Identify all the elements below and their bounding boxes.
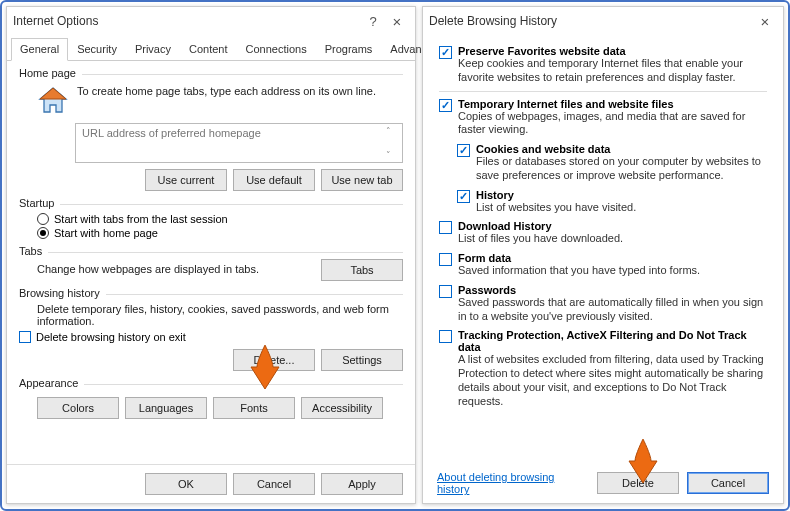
close-icon[interactable]: × [753,13,777,30]
homepage-url-input[interactable]: URL address of preferred homepage ˄˅ [75,123,403,163]
history-option-7[interactable]: Tracking Protection, ActiveX Filtering a… [439,329,767,408]
help-icon[interactable]: ? [361,14,385,29]
radio-start-last-session[interactable]: Start with tabs from the last session [37,213,403,225]
option-title: Form data [458,252,767,264]
languages-button[interactable]: Languages [125,397,207,419]
tabs-heading: Tabs [19,245,42,257]
use-new-tab-button[interactable]: Use new tab [321,169,403,191]
option-desc: A list of websites excluded from filteri… [458,353,767,408]
homepage-placeholder: URL address of preferred homepage [82,127,261,139]
history-option-1[interactable]: Temporary Internet files and website fil… [439,98,767,138]
history-option-6[interactable]: PasswordsSaved passwords that are automa… [439,284,767,324]
checkbox-icon [439,285,452,298]
scroll-icons: ˄˅ [386,126,400,160]
option-desc: Files or databases stored on your comput… [476,155,767,183]
checkbox-icon [457,190,470,203]
tab-content[interactable]: Content [180,38,237,61]
fonts-button[interactable]: Fonts [213,397,295,419]
option-title: Preserve Favorites website data [458,45,767,57]
apply-button[interactable]: Apply [321,473,403,495]
history-option-2[interactable]: Cookies and website dataFiles or databas… [457,143,767,183]
home-icon [37,85,69,117]
tab-privacy[interactable]: Privacy [126,38,180,61]
option-desc: Keep cookies and temporary Internet file… [458,57,767,85]
history-settings-button[interactable]: Settings [321,349,403,371]
checkbox-icon [19,331,31,343]
check-delete-on-exit[interactable]: Delete browsing history on exit [19,331,403,343]
history-option-4[interactable]: Download HistoryList of files you have d… [439,220,767,246]
check-label: Delete browsing history on exit [36,331,186,343]
tab-programs[interactable]: Programs [316,38,382,61]
checkbox-icon [439,221,452,234]
history-option-5[interactable]: Form dataSaved information that you have… [439,252,767,278]
titlebar: Delete Browsing History × [423,7,783,35]
use-current-button[interactable]: Use current [145,169,227,191]
tab-bar: General Security Privacy Content Connect… [7,37,415,61]
checkbox-icon [439,99,452,112]
use-default-button[interactable]: Use default [233,169,315,191]
general-panel: Home page To create home page tabs, type… [7,61,415,464]
startup-heading: Startup [19,197,54,209]
tabs-desc: Change how webpages are displayed in tab… [37,263,321,275]
tab-connections[interactable]: Connections [236,38,315,61]
accessibility-button[interactable]: Accessibility [301,397,383,419]
radio-icon [37,213,49,225]
checkbox-icon [457,144,470,157]
radio-start-home-page[interactable]: Start with home page [37,227,403,239]
option-title: Cookies and website data [476,143,767,155]
cancel-button[interactable]: Cancel [687,472,769,494]
window-title: Internet Options [13,14,98,28]
history-heading: Browsing history [19,287,100,299]
radio-label: Start with tabs from the last session [54,213,228,225]
checkbox-icon [439,330,452,343]
tab-security[interactable]: Security [68,38,126,61]
radio-label: Start with home page [54,227,158,239]
about-link[interactable]: About deleting browsing history [437,471,581,495]
option-title: Tracking Protection, ActiveX Filtering a… [458,329,767,353]
delete-button[interactable]: Delete [597,472,679,494]
delete-history-window: Delete Browsing History × Preserve Favor… [422,6,784,504]
home-page-heading: Home page [19,67,76,79]
delete-history-button[interactable]: Delete... [233,349,315,371]
option-title: Temporary Internet files and website fil… [458,98,767,110]
option-title: Passwords [458,284,767,296]
option-desc: List of websites you have visited. [476,201,767,215]
option-desc: List of files you have downloaded. [458,232,767,246]
tabs-button[interactable]: Tabs [321,259,403,281]
history-option-0[interactable]: Preserve Favorites website dataKeep cook… [439,45,767,85]
checkbox-icon [439,253,452,266]
history-desc: Delete temporary files, history, cookies… [37,303,403,327]
checkbox-icon [439,46,452,59]
cancel-button[interactable]: Cancel [233,473,315,495]
titlebar: Internet Options ? × [7,7,415,35]
colors-button[interactable]: Colors [37,397,119,419]
internet-options-window: Internet Options ? × General Security Pr… [6,6,416,504]
close-icon[interactable]: × [385,13,409,30]
option-title: Download History [458,220,767,232]
appearance-heading: Appearance [19,377,78,389]
window-title: Delete Browsing History [429,14,557,28]
option-desc: Saved passwords that are automatically f… [458,296,767,324]
option-desc: Saved information that you have typed in… [458,264,767,278]
dialog-footer: OK Cancel Apply [7,464,415,503]
history-option-3[interactable]: HistoryList of websites you have visited… [457,189,767,215]
option-title: History [476,189,767,201]
dialog-footer: About deleting browsing history Delete C… [423,463,783,503]
home-instruction: To create home page tabs, type each addr… [77,85,376,97]
option-desc: Copies of webpages, images, and media th… [458,110,767,138]
ok-button[interactable]: OK [145,473,227,495]
svg-marker-1 [40,88,66,99]
tab-general[interactable]: General [11,38,68,61]
delete-history-panel: Preserve Favorites website dataKeep cook… [423,35,783,463]
radio-icon [37,227,49,239]
